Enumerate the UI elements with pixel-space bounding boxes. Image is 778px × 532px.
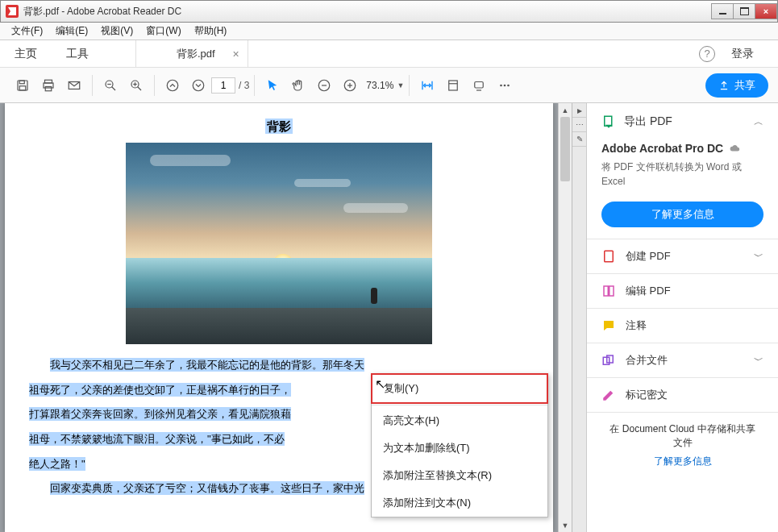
- share-button[interactable]: 共享: [705, 73, 768, 98]
- right-tools-panel: 导出 PDF ︿ Adobe Acrobat Pro DC 将 PDF 文件联机…: [586, 103, 778, 532]
- fit-page-icon[interactable]: [440, 73, 466, 98]
- edit-pdf-icon: [601, 284, 616, 298]
- text-selection[interactable]: 回家变卖典质，父亲还了亏空；又借钱办了丧事。这些日子，家中光: [50, 481, 364, 495]
- context-copy[interactable]: 复制(Y): [371, 373, 548, 404]
- tab-close-icon[interactable]: ×: [233, 48, 239, 60]
- tab-tools[interactable]: 工具: [52, 40, 103, 67]
- scroll-up-icon[interactable]: ▲: [559, 103, 572, 117]
- page-total-label: / 3: [239, 80, 249, 91]
- create-pdf-item[interactable]: 创建 PDF ﹀: [587, 239, 778, 274]
- cloud-storage-label: 在 Document Cloud 中存储和共享文件: [597, 422, 768, 450]
- pro-dc-desc: 将 PDF 文件联机转换为 Word 或 Excel: [601, 160, 763, 189]
- svg-point-28: [504, 84, 506, 86]
- zoom-dropdown-icon[interactable]: ▼: [397, 81, 404, 89]
- menubar: 文件(F) 编辑(E) 视图(V) 窗口(W) 帮助(H): [0, 23, 778, 40]
- svg-rect-1: [19, 81, 24, 84]
- menu-edit[interactable]: 编辑(E): [49, 23, 94, 39]
- svg-rect-31: [605, 251, 614, 262]
- share-icon: [718, 80, 730, 91]
- svg-point-27: [500, 84, 502, 86]
- toolstrip-icon[interactable]: ⋯: [572, 118, 586, 132]
- learn-more-link[interactable]: 了解更多信息: [597, 455, 768, 468]
- redact-icon: [601, 388, 616, 402]
- toolbar: / 3 73.1% ▼ 共享: [0, 68, 778, 103]
- window-title: 背影.pdf - Adobe Acrobat Reader DC: [23, 5, 181, 19]
- text-selection[interactable]: 祖母死了，父亲的差使也交卸了，正是祸不单行的日子，: [29, 383, 291, 397]
- save-icon[interactable]: [10, 73, 35, 98]
- context-highlight[interactable]: 高亮文本(H): [372, 407, 547, 434]
- share-button-label: 共享: [734, 78, 755, 93]
- menu-window[interactable]: 窗口(W): [139, 23, 187, 39]
- tab-home[interactable]: 主页: [0, 40, 52, 67]
- text-selection[interactable]: 祖母，不禁簌簌地流下眼泪。父亲说，"事已如此，不必: [29, 432, 285, 446]
- page-number-input[interactable]: [211, 77, 235, 94]
- learn-more-button[interactable]: 了解更多信息: [601, 202, 763, 227]
- vertical-scrollbar[interactable]: ▲ ▼: [558, 103, 572, 532]
- document-image: [126, 143, 432, 344]
- minimize-button[interactable]: [711, 3, 734, 19]
- signin-link[interactable]: 登录: [731, 47, 754, 61]
- svg-rect-2: [19, 85, 26, 89]
- context-text-note[interactable]: 添加附注到文本(N): [372, 489, 547, 517]
- zoom-minus-icon[interactable]: [311, 73, 337, 98]
- prev-page-icon[interactable]: [160, 73, 185, 98]
- close-button[interactable]: ×: [755, 3, 777, 19]
- zoom-plus-icon[interactable]: [337, 73, 363, 98]
- svg-point-15: [193, 80, 204, 91]
- cloud-icon: [730, 143, 741, 154]
- hand-tool-icon[interactable]: [285, 73, 311, 98]
- text-selection[interactable]: 我与父亲不相见已二年余了，我最不能忘记的是他的背影。那年冬天: [50, 358, 364, 372]
- svg-line-8: [112, 86, 116, 90]
- combine-icon: [601, 353, 616, 368]
- fit-width-icon[interactable]: [414, 73, 440, 98]
- tab-document[interactable]: 背影.pdf ×: [135, 40, 248, 67]
- right-toolstrip: ▸ ⋯ ✎: [572, 103, 586, 532]
- text-selection[interactable]: 绝人之路！": [29, 457, 85, 471]
- zoom-out-icon[interactable]: [98, 73, 123, 98]
- print-icon[interactable]: [35, 73, 61, 98]
- collapse-panel-icon[interactable]: ▸: [572, 103, 586, 118]
- combine-item[interactable]: 合并文件 ﹀: [587, 343, 778, 378]
- export-pdf-label: 导出 PDF: [624, 114, 672, 129]
- scroll-thumb[interactable]: [560, 117, 570, 181]
- svg-rect-32: [604, 286, 608, 296]
- read-aloud-icon[interactable]: [466, 73, 492, 98]
- context-menu: 复制(Y) 高亮文本(H) 为文本加删除线(T) 添加附注至替换文本(R) 添加…: [371, 373, 548, 517]
- pro-dc-title: Adobe Acrobat Pro DC: [601, 142, 763, 155]
- scroll-down-icon[interactable]: ▼: [559, 518, 572, 532]
- redact-item[interactable]: 标记密文: [587, 378, 778, 412]
- maximize-button[interactable]: [733, 3, 755, 19]
- zoom-in-icon[interactable]: [123, 73, 149, 98]
- create-pdf-icon: [601, 249, 616, 264]
- window-titlebar: 背影.pdf - Adobe Acrobat Reader DC ×: [0, 0, 778, 23]
- tab-bar: 主页 工具 背影.pdf × ? 登录: [0, 40, 778, 68]
- svg-rect-25: [475, 81, 484, 88]
- next-page-icon[interactable]: [185, 73, 211, 98]
- more-tools-icon[interactable]: [492, 73, 518, 98]
- edit-pdf-item[interactable]: 编辑 PDF: [587, 274, 778, 309]
- chevron-down-icon: ﹀: [754, 354, 763, 368]
- svg-rect-5: [45, 86, 52, 90]
- menu-view[interactable]: 视图(V): [94, 23, 139, 39]
- help-icon[interactable]: ?: [699, 46, 715, 62]
- comment-item[interactable]: 注释: [587, 309, 778, 343]
- svg-rect-33: [610, 286, 614, 296]
- text-selection[interactable]: 打算跟着父亲奔丧回家。到徐州见着父亲，看见满院狼藉: [29, 407, 291, 421]
- svg-line-11: [138, 86, 142, 90]
- export-pdf-icon: [601, 114, 616, 129]
- context-replace-note[interactable]: 添加附注至替换文本(R): [372, 462, 547, 489]
- toolstrip-icon[interactable]: ✎: [572, 132, 586, 147]
- svg-point-14: [167, 80, 178, 91]
- zoom-level-label[interactable]: 73.1%: [366, 80, 393, 91]
- document-title[interactable]: 背影: [265, 118, 293, 134]
- svg-point-29: [507, 84, 510, 86]
- svg-rect-23: [449, 81, 458, 90]
- menu-file[interactable]: 文件(F): [5, 23, 49, 39]
- export-pdf-section[interactable]: 导出 PDF ︿: [601, 114, 763, 129]
- menu-help[interactable]: 帮助(H): [188, 23, 234, 39]
- pointer-tool-icon[interactable]: [260, 73, 285, 98]
- svg-rect-30: [605, 116, 612, 126]
- chevron-down-icon: ﹀: [754, 250, 763, 264]
- context-strikethrough[interactable]: 为文本加删除线(T): [372, 434, 547, 462]
- mail-icon[interactable]: [61, 73, 87, 98]
